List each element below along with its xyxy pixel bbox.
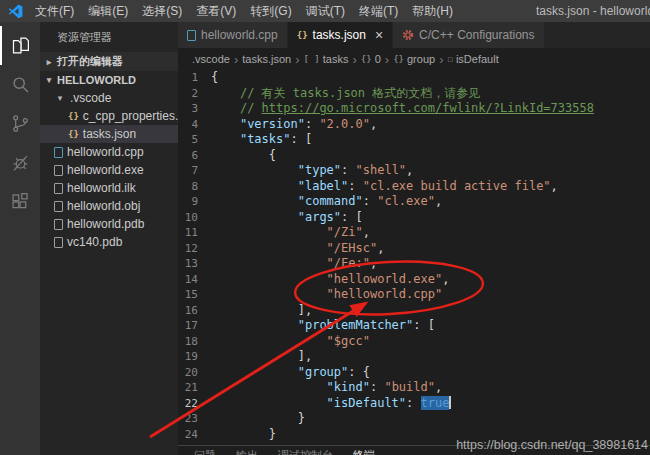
line-number: 8 (178, 179, 211, 195)
breadcrumb-label: group (407, 53, 435, 65)
json-file-icon: {} (68, 129, 79, 139)
breadcrumb-label: tasks (323, 53, 349, 65)
menu-item[interactable]: 帮助(H) (405, 0, 460, 22)
code-line: 15 "helloworld.cpp" (178, 287, 650, 303)
panel-tab[interactable]: 调试控制台 (278, 448, 333, 455)
line-number: 13 (178, 256, 211, 272)
close-icon[interactable]: × (375, 28, 383, 42)
code-text: } (211, 411, 305, 427)
activity-search[interactable] (0, 65, 40, 104)
breadcrumb-label: .vscode (192, 53, 230, 65)
panel-tab[interactable]: 问题 (194, 448, 216, 455)
activity-debug[interactable] (0, 143, 40, 182)
code-line: 7 "type": "shell", (178, 163, 650, 179)
panel-tab[interactable]: 输出 (236, 448, 258, 455)
open-editors-section[interactable]: ▸ 打开的编辑器 (40, 52, 178, 71)
menu-item[interactable]: 转到(G) (243, 0, 298, 22)
line-number: 22 (178, 396, 211, 412)
code-area[interactable]: 1{2 // 有关 tasks.json 格式的文档，请参见3 // https… (178, 70, 650, 455)
symbol-icon: {} (361, 54, 372, 64)
code-line: 14 "helloworld.exe", (178, 272, 650, 288)
gear-icon (402, 29, 414, 41)
menu-item[interactable]: 选择(S) (135, 0, 189, 22)
chevron-down-icon: ▾ (54, 93, 66, 103)
tree-item[interactable]: {}tasks.json (40, 125, 178, 143)
menu-item[interactable]: 编辑(E) (81, 0, 135, 22)
breadcrumb-item[interactable]: ☐isDefault (446, 53, 499, 65)
chevron-right-icon: › (385, 52, 389, 67)
tree-item[interactable]: {}c_cpp_properties.json (40, 107, 178, 125)
code-text: // https://go.microsoft.com/fwlink/?Link… (211, 101, 594, 117)
cpp-file-icon (187, 30, 196, 41)
chevron-right-icon: › (234, 52, 238, 67)
source-control-icon (10, 113, 31, 134)
breadcrumb-item[interactable]: .vscode (191, 53, 231, 65)
line-number: 10 (178, 210, 211, 226)
json-file-icon: {} (68, 111, 79, 121)
panel-tab[interactable]: 终端 (353, 448, 375, 455)
explorer-sidebar: 资源管理器 ▸ 打开的编辑器 ▾ HELLOWORLD ▾.vscode{}c_… (40, 22, 178, 455)
code-text: ], (211, 349, 312, 365)
tree-item[interactable]: helloworld.cpp (40, 143, 178, 161)
line-number: 20 (178, 365, 211, 381)
code-text: "helloworld.cpp" (211, 287, 442, 303)
line-number: 18 (178, 334, 211, 350)
file-label: helloworld.cpp (67, 145, 144, 159)
tree-item[interactable]: vc140.pdb (40, 233, 178, 251)
activity-source-control[interactable] (0, 104, 40, 143)
folder-root-section[interactable]: ▾ HELLOWORLD (40, 71, 178, 89)
tab-c-c-configurations[interactable]: C/C++ Configurations (393, 22, 544, 48)
line-number: 6 (178, 148, 211, 164)
activity-extensions[interactable] (0, 182, 40, 221)
vscode-window: 文件(F)编辑(E)选择(S)查看(V)转到(G)调试(T)终端(T)帮助(H)… (0, 0, 650, 455)
code-line: 23 } (178, 411, 650, 427)
code-line: 6 { (178, 148, 650, 164)
tab-label: helloworld.cpp (201, 28, 278, 42)
code-text: "args": [ (211, 210, 363, 226)
file-icon (54, 201, 63, 212)
breadcrumb: .vscode›tasks.json›[ ]tasks›{}0›{}group›… (178, 48, 650, 70)
code-text: "label": "cl.exe build active file", (211, 179, 558, 195)
code-line: 21 "kind": "build", (178, 380, 650, 396)
menu-item[interactable]: 终端(T) (352, 0, 405, 22)
code-line: 5 "tasks": [ (178, 132, 650, 148)
line-number: 1 (178, 70, 211, 86)
activity-explorer[interactable] (0, 26, 40, 65)
vscode-logo-icon (8, 4, 23, 19)
tree-item[interactable]: helloworld.exe (40, 161, 178, 179)
tree-item[interactable]: helloworld.pdb (40, 215, 178, 233)
chevron-right-icon: › (439, 52, 443, 67)
breadcrumb-item[interactable]: [ ]tasks (303, 53, 350, 65)
window-title: tasks.json - helloworld - V (536, 0, 650, 22)
line-number: 9 (178, 194, 211, 210)
line-number: 17 (178, 318, 211, 334)
line-number: 3 (178, 101, 211, 117)
cpp-file-icon (54, 147, 63, 158)
code-text: ], (211, 303, 312, 319)
menu-item[interactable]: 查看(V) (189, 0, 243, 22)
breadcrumb-item[interactable]: {}0 (360, 53, 382, 65)
symbol-icon: ☐ (447, 54, 452, 64)
tree-item[interactable]: ▾.vscode (40, 89, 178, 107)
line-number: 12 (178, 241, 211, 257)
file-label: c_cpp_properties.json (83, 109, 178, 123)
tab-tasks-json[interactable]: {}tasks.json× (288, 22, 393, 48)
tree-item[interactable]: helloworld.ilk (40, 179, 178, 197)
search-icon (10, 74, 31, 95)
code-line: 19 ], (178, 349, 650, 365)
open-editors-label: 打开的编辑器 (57, 54, 123, 69)
file-icon (54, 183, 63, 194)
code-line: 9 "command": "cl.exe", (178, 194, 650, 210)
breadcrumb-item[interactable]: tasks.json (241, 53, 292, 65)
menu-item[interactable]: 调试(T) (299, 0, 352, 22)
code-line: 17 "problemMatcher": [ (178, 318, 650, 334)
breadcrumb-item[interactable]: {}group (392, 53, 436, 65)
file-label: vc140.pdb (67, 235, 122, 249)
menu-item[interactable]: 文件(F) (28, 0, 81, 22)
code-text: "command": "cl.exe", (211, 194, 442, 210)
tree-item[interactable]: helloworld.obj (40, 197, 178, 215)
tab-helloworld-cpp[interactable]: helloworld.cpp (178, 22, 288, 48)
json-file-icon: {} (297, 30, 308, 40)
code-line: 11 "/Zi", (178, 225, 650, 241)
line-number: 15 (178, 287, 211, 303)
